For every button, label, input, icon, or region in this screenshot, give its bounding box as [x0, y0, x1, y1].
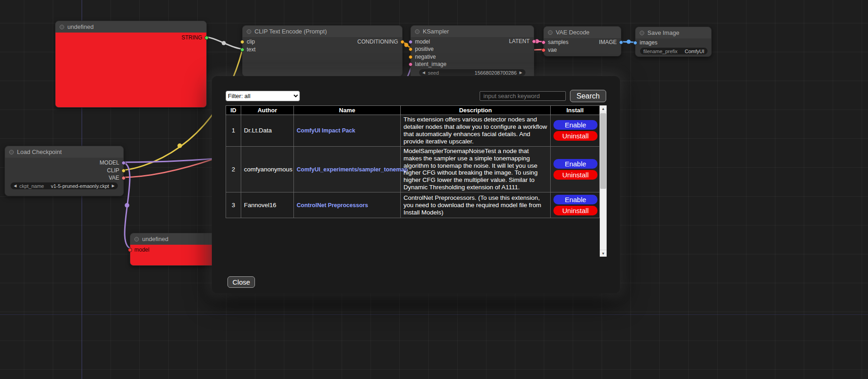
header-description: Description — [401, 106, 551, 115]
ckpt-name-widget[interactable]: ◀ ckpt_name v1-5-pruned-emaonly.ckpt ▶ — [11, 182, 118, 189]
node-body: model — [130, 245, 216, 265]
node-title: undefined — [67, 23, 94, 30]
widget-right-arrow-icon[interactable]: ▶ — [520, 71, 522, 75]
input-pin-samples[interactable] — [542, 40, 546, 44]
input-pin-images[interactable] — [633, 41, 637, 45]
search-area: Search — [480, 90, 606, 102]
input-pin-clip[interactable] — [240, 40, 244, 44]
enable-button[interactable]: Enable — [553, 159, 597, 169]
node-title-bar[interactable]: CLIP Text Encode (Prompt) — [243, 26, 402, 37]
output-pin-conditioning[interactable] — [400, 40, 404, 44]
cell-author: comfyanonymous — [241, 146, 294, 192]
header-author: Author — [241, 106, 294, 115]
node-title-bar[interactable]: VAE Decode — [544, 27, 621, 38]
output-pin-latent[interactable] — [532, 39, 536, 44]
node-title-bar[interactable]: Save Image — [636, 27, 711, 38]
node-body: STRING — [55, 33, 206, 107]
node-body: images filename_prefix ComfyUI — [636, 38, 711, 56]
uninstall-button[interactable]: Uninstall — [553, 206, 597, 215]
input-slot-model: model — [409, 38, 430, 45]
input-pin-latent-image[interactable] — [409, 62, 413, 66]
node-title-bar[interactable]: KSampler — [411, 26, 534, 37]
node-title-bar[interactable]: undefined — [130, 233, 216, 245]
widget-name: filename_prefix — [643, 49, 678, 54]
scroll-down-arrow-icon[interactable]: ▼ — [600, 250, 607, 257]
table-row: 2 comfyanonymous ComfyUI_experiments/sam… — [226, 146, 600, 192]
node-title: CLIP Text Encode (Prompt) — [254, 28, 327, 35]
widget-right-arrow-icon[interactable]: ▶ — [112, 184, 115, 188]
node-ksampler[interactable]: KSampler model positive negative latent_… — [410, 25, 534, 80]
input-slot-latent-image: latent_image — [409, 61, 447, 67]
output-slot-string: STRING — [182, 34, 209, 41]
slot-label: CLIP — [107, 167, 119, 174]
slot-label: images — [640, 39, 658, 46]
input-pin-model[interactable] — [128, 248, 132, 252]
slot-label: LATENT — [509, 38, 530, 44]
node-body: samples vae IMAGE — [544, 38, 621, 56]
collapse-dot-icon[interactable] — [9, 150, 14, 154]
input-pin-text[interactable] — [240, 48, 244, 52]
cell-id: 1 — [226, 115, 241, 147]
output-pin-clip[interactable] — [122, 169, 126, 173]
uninstall-button[interactable]: Uninstall — [553, 131, 597, 141]
scroll-up-arrow-icon[interactable]: ▲ — [600, 105, 607, 112]
slot-label: STRING — [182, 34, 202, 41]
cell-author: Fannovel16 — [241, 192, 294, 218]
input-pin-positive[interactable] — [409, 47, 413, 51]
input-pin-model[interactable] — [409, 40, 413, 44]
node-undefined-bottom[interactable]: undefined model — [130, 233, 217, 266]
node-clip-text-encode[interactable]: CLIP Text Encode (Prompt) clip text COND… — [242, 25, 403, 77]
node-body: MODEL CLIP VAE ◀ ckpt_name v1-5-pruned-e… — [5, 158, 123, 196]
node-vae-decode[interactable]: VAE Decode samples vae IMAGE — [543, 26, 621, 56]
widget-left-arrow-icon[interactable]: ◀ — [422, 71, 425, 75]
node-title: Load Checkpoint — [17, 148, 62, 155]
widget-name: seed — [428, 70, 439, 76]
search-input[interactable] — [480, 91, 566, 101]
slot-label: CONDITIONING — [357, 38, 398, 45]
collapse-dot-icon[interactable] — [60, 25, 64, 29]
widget-left-arrow-icon[interactable]: ◀ — [14, 184, 17, 188]
enable-button[interactable]: Enable — [553, 120, 597, 130]
slot-label: IMAGE — [599, 39, 617, 45]
seed-widget[interactable]: ◀ seed 156680208700286 ▶ — [419, 69, 525, 76]
close-button[interactable]: Close — [227, 276, 255, 288]
extension-link[interactable]: ControlNet Preprocessors — [297, 202, 368, 209]
enable-button[interactable]: Enable — [553, 195, 597, 204]
extension-link[interactable]: ComfyUI Impact Pack — [297, 127, 355, 134]
collapse-dot-icon[interactable] — [548, 30, 553, 35]
extension-link[interactable]: ComfyUI_experiments/sampler_tonemap — [297, 166, 408, 173]
filename-prefix-widget[interactable]: filename_prefix ComfyUI — [640, 48, 708, 55]
collapse-dot-icon[interactable] — [134, 237, 139, 242]
output-slot-image: IMAGE — [599, 39, 623, 45]
collapse-dot-icon[interactable] — [640, 31, 644, 35]
node-load-checkpoint[interactable]: Load Checkpoint MODEL CLIP VAE ◀ ckpt_na… — [5, 146, 124, 196]
node-title: VAE Decode — [556, 29, 589, 36]
search-button[interactable]: Search — [570, 90, 606, 102]
slot-label: model — [134, 247, 149, 253]
node-title-bar[interactable]: undefined — [55, 21, 206, 33]
output-pin-model[interactable] — [122, 161, 126, 165]
scrollbar-thumb[interactable] — [600, 113, 606, 189]
cell-install: Enable Uninstall — [551, 115, 600, 147]
node-undefined-top[interactable]: undefined STRING — [55, 21, 207, 108]
output-pin-vae[interactable] — [122, 176, 126, 180]
header-install: Install — [551, 106, 600, 115]
header-id: ID — [226, 106, 241, 115]
extension-table-container: ID Author Name Description Install 1 Dr.… — [226, 105, 606, 257]
input-pin-vae[interactable] — [542, 48, 546, 52]
collapse-dot-icon[interactable] — [247, 29, 251, 34]
output-pin-string[interactable] — [205, 36, 209, 40]
node-title-bar[interactable]: Load Checkpoint — [5, 146, 123, 158]
node-body: model positive negative latent_image LAT… — [411, 37, 534, 80]
table-scrollbar[interactable]: ▲ ▼ — [600, 105, 607, 257]
slot-label: text — [247, 46, 255, 53]
input-pin-negative[interactable] — [409, 55, 413, 59]
node-save-image[interactable]: Save Image images filename_prefix ComfyU… — [635, 27, 712, 57]
uninstall-button[interactable]: Uninstall — [553, 170, 597, 180]
cell-install: Enable Uninstall — [551, 192, 600, 218]
collapse-dot-icon[interactable] — [415, 29, 420, 34]
output-pin-image[interactable] — [619, 40, 623, 44]
slot-label: samples — [548, 39, 569, 45]
filter-select[interactable]: Filter: all — [226, 91, 300, 101]
widget-value: ComfyUI — [685, 49, 704, 54]
